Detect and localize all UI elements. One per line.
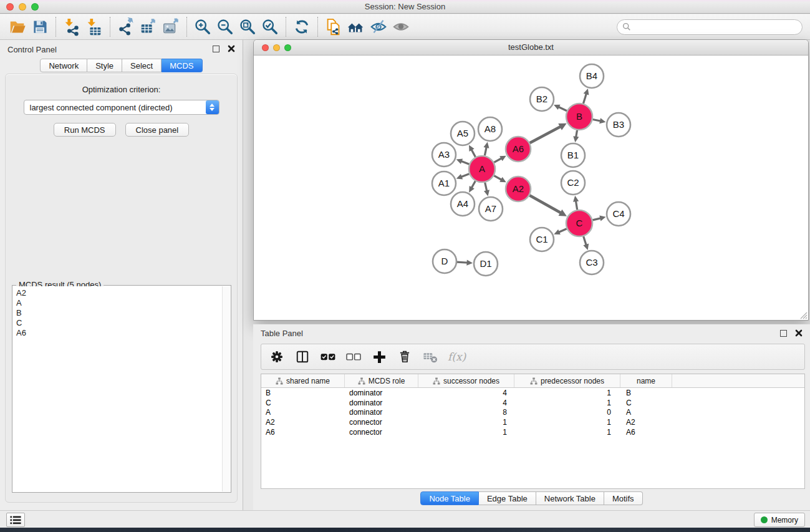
graph-edge-a-a8[interactable] [485, 147, 486, 156]
float-panel-icon[interactable] [213, 46, 219, 52]
graph-node-c[interactable]: C [566, 210, 592, 236]
close-table-panel-icon[interactable] [795, 329, 803, 337]
graph-node-b4[interactable]: B4 [580, 64, 604, 88]
delete-column-trash-icon[interactable] [395, 347, 414, 366]
graph-node-c3[interactable]: C3 [580, 251, 604, 274]
graph-edge-d-d1[interactable] [457, 262, 468, 263]
result-item[interactable]: A2 [13, 288, 230, 298]
result-item[interactable]: A6 [13, 328, 230, 338]
graph-edge-a-a1[interactable] [461, 174, 470, 177]
graphics-details-eye-icon[interactable] [390, 16, 412, 38]
graph-edge-a-a6[interactable] [494, 158, 502, 162]
add-column-icon[interactable] [370, 347, 388, 366]
zoom-fit-icon[interactable] [236, 16, 259, 38]
delete-table-icon[interactable] [421, 347, 440, 366]
graph-node-a[interactable]: A [469, 156, 495, 182]
graph-edge-a-a4[interactable] [471, 181, 476, 188]
result-scrollbar[interactable] [222, 286, 230, 491]
style-visibility-icon[interactable] [367, 16, 390, 38]
graph-edge-a6-b[interactable] [530, 126, 561, 143]
task-history-button[interactable] [6, 513, 25, 527]
memory-button[interactable]: Memory [754, 513, 805, 527]
column-header-successor-nodes[interactable]: successor nodes [418, 374, 514, 387]
network-window-titlebar[interactable]: testGlobe.txt [254, 40, 808, 56]
export-image-icon[interactable] [160, 16, 182, 38]
graph-node-a2[interactable]: A2 [506, 177, 531, 201]
criterion-dropdown[interactable]: largest connected component (directed) [24, 100, 219, 115]
result-item[interactable]: C [13, 318, 230, 328]
graph-node-a1[interactable]: A1 [432, 172, 456, 195]
graph-node-a6[interactable]: A6 [506, 137, 531, 162]
export-network-icon[interactable] [115, 16, 137, 38]
graph-node-a7[interactable]: A7 [479, 197, 503, 221]
graph-node-b1[interactable]: B1 [561, 143, 585, 167]
zoom-window-button[interactable] [31, 3, 39, 11]
tab-mcds[interactable]: MCDS [162, 59, 202, 72]
float-table-panel-icon[interactable] [780, 330, 787, 337]
column-header-name[interactable]: name [620, 374, 672, 387]
tab-network[interactable]: Network [40, 59, 87, 72]
graph-node-c2[interactable]: C2 [561, 171, 585, 195]
graph-edge-b-b4[interactable] [583, 93, 586, 104]
window-resize-grip[interactable] [799, 311, 808, 319]
graph-edge-c-c1[interactable] [558, 229, 567, 233]
tab-style[interactable]: Style [87, 59, 122, 72]
graph-node-a8[interactable]: A8 [478, 117, 502, 141]
clone-network-icon[interactable] [322, 16, 345, 38]
graph-node-b2[interactable]: B2 [530, 87, 554, 111]
graph-edge-a2-c[interactable] [529, 195, 561, 213]
table-row[interactable]: Adominator80A [261, 407, 804, 417]
tab-motifs[interactable]: Motifs [604, 491, 643, 505]
graph-edge-c-c2[interactable] [576, 200, 577, 210]
graph-node-c1[interactable]: C1 [530, 228, 554, 251]
graph-edge-b-b2[interactable] [558, 107, 567, 111]
result-item[interactable]: B [13, 308, 230, 318]
table-row[interactable]: Bdominator41B [261, 388, 804, 398]
refresh-layout-icon[interactable] [291, 16, 313, 38]
table-row[interactable]: A2connector11A2 [261, 417, 804, 427]
search-field[interactable] [617, 19, 803, 35]
column-layout-icon[interactable] [293, 347, 312, 366]
graph-node-b[interactable]: B [566, 104, 592, 130]
network-close-button[interactable] [262, 44, 269, 51]
import-network-icon[interactable] [60, 16, 83, 38]
table-row[interactable]: Cdominator41C [261, 398, 804, 408]
open-session-icon[interactable] [6, 16, 29, 38]
graph-node-b3[interactable]: B3 [607, 113, 630, 137]
column-header-predecessor-nodes[interactable]: predecessor nodes [514, 374, 620, 387]
graph-edge-c-c3[interactable] [584, 236, 587, 246]
column-header-shared-name[interactable]: shared name [261, 374, 345, 387]
minimize-window-button[interactable] [19, 3, 26, 11]
table-row[interactable]: A6connector11A6 [261, 427, 804, 437]
save-session-icon[interactable] [29, 16, 51, 38]
network-minimize-button[interactable] [273, 44, 280, 51]
graph-edge-a-a3[interactable] [461, 161, 470, 164]
graph-node-a5[interactable]: A5 [451, 122, 475, 145]
import-table-icon[interactable] [83, 16, 105, 38]
graph-node-a3[interactable]: A3 [432, 143, 456, 167]
network-canvas[interactable]: B4B2BB3A8A5A6A3B1AC2A1A2A4A7C4CC1C3DD1 [254, 56, 808, 319]
run-mcds-button[interactable]: Run MCDS [54, 123, 116, 137]
close-panel-button[interactable]: Close panel [125, 123, 190, 137]
network-zoom-button[interactable] [284, 44, 291, 51]
search-input[interactable] [631, 22, 797, 32]
export-table-icon[interactable] [137, 16, 160, 38]
graph-node-d[interactable]: D [433, 249, 456, 273]
graph-node-d1[interactable]: D1 [474, 252, 498, 276]
select-all-columns-icon[interactable] [319, 347, 337, 366]
graph-edge-b-b3[interactable] [593, 119, 602, 121]
graph-edge-c-c4[interactable] [592, 218, 601, 220]
function-builder-icon[interactable]: f(x) [446, 351, 466, 363]
zoom-out-icon[interactable] [214, 16, 236, 38]
column-header-mcds-role[interactable]: MCDS role [345, 374, 418, 387]
zoom-in-icon[interactable] [191, 16, 214, 38]
graph-node-a4[interactable]: A4 [451, 192, 475, 216]
tab-select[interactable]: Select [122, 59, 162, 72]
deselect-all-columns-icon[interactable] [344, 347, 363, 366]
graph-edge-a-a2[interactable] [494, 176, 502, 180]
tab-node-table[interactable]: Node Table [420, 491, 479, 505]
graph-node-c4[interactable]: C4 [607, 202, 630, 226]
close-window-button[interactable] [6, 3, 14, 11]
tab-network-table[interactable]: Network Table [536, 491, 604, 505]
graph-edge-a-a5[interactable] [471, 149, 476, 157]
